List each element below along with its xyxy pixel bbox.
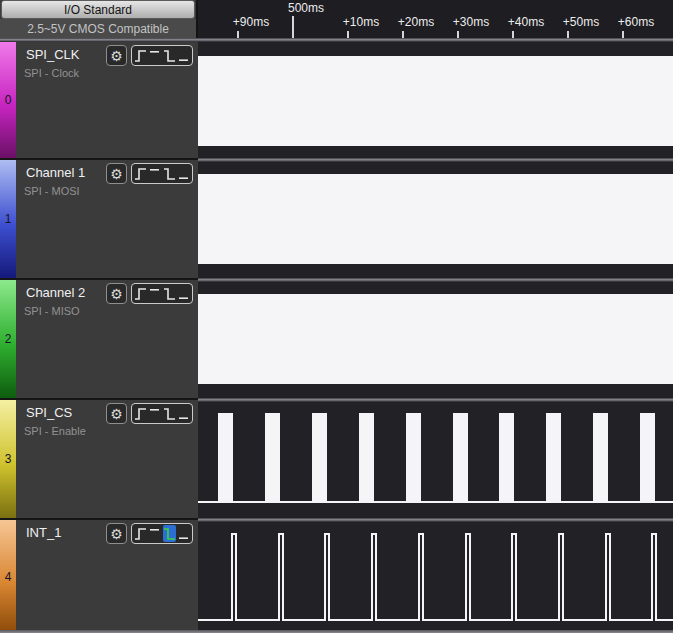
timeline-tick-label: +30ms [453,15,489,29]
timeline-tick-label: +10ms [343,15,379,29]
low-level-icon [177,526,190,542]
channel-color-strip[interactable]: 0 [0,42,16,158]
channel-name[interactable]: Channel 1 [26,165,85,180]
dense-signal-block [198,294,673,384]
timeline-major-label: 500ms [288,1,324,15]
rising-edge-icon [134,48,147,64]
trigger-high-level-button[interactable] [148,285,161,302]
timeline-tick [512,31,514,38]
rising-edge-icon [134,526,147,542]
trigger-low-level-button[interactable] [177,285,190,302]
signal-pulse [406,413,421,503]
signal-pulse [453,413,468,503]
channel-row-3: 3 SPI_CS SPI - Enable ⚙ [0,398,198,518]
channel-name[interactable]: SPI_CLK [26,47,79,62]
timeline-tick-label: +60ms [618,15,654,29]
channel-body: Channel 1 SPI - MOSI ⚙ [16,160,198,278]
channel-name[interactable]: SPI_CS [26,405,72,420]
channel-body: Channel 2 SPI - MISO ⚙ [16,280,198,398]
trigger-low-level-button[interactable] [177,47,190,64]
trigger-low-level-button[interactable] [177,405,190,422]
falling-edge-icon [163,286,176,302]
trigger-rising-edge-button[interactable] [134,165,147,182]
logic-analyzer-window: I/O Standard 2.5~5V CMOS Compatible 0 SP… [0,0,673,633]
waveform-pane: +90ms500ms+10ms+20ms+30ms+40ms+50ms+60ms… [198,0,673,633]
channel-row-1: 1 Channel 1 SPI - MOSI ⚙ [0,158,198,278]
channel-settings-button[interactable]: ⚙ [106,163,127,184]
channel-number: 1 [0,212,16,226]
high-level-icon [148,406,161,422]
channel-number: 2 [0,332,16,346]
io-standard-button[interactable]: I/O Standard [1,0,195,19]
trigger-falling-edge-button[interactable] [163,405,176,422]
channel-color-strip[interactable]: 4 [0,520,16,633]
signal-pulse [231,533,237,621]
signal-pulse [593,413,608,503]
signal-pulse [324,533,330,621]
trigger-low-level-button[interactable] [177,165,190,182]
channel-color-strip[interactable]: 2 [0,280,16,398]
timeline-tick-label: +20ms [398,15,434,29]
low-level-icon [177,166,190,182]
trigger-rising-edge-button[interactable] [134,405,147,422]
falling-edge-icon [163,166,176,182]
signal-pulse [371,533,377,621]
waveform-track[interactable] [198,278,673,398]
rising-edge-icon [134,166,147,182]
trigger-falling-edge-button[interactable] [163,525,176,542]
high-level-icon [148,286,161,302]
channel-name[interactable]: INT_1 [26,525,61,540]
waveform-track[interactable] [198,42,673,158]
signal-pulse [359,413,374,503]
trigger-high-level-button[interactable] [148,405,161,422]
channel-description: SPI - MISO [24,305,80,317]
channel-name[interactable]: Channel 2 [26,285,85,300]
low-level-icon [177,406,190,422]
timeline-tick [347,31,349,38]
channel-color-strip[interactable]: 3 [0,400,16,518]
trigger-high-level-button[interactable] [148,165,161,182]
signal-pulse [511,533,517,621]
waveform-track[interactable] [198,158,673,278]
header-separator [0,38,673,42]
channel-row-0: 0 SPI_CLK SPI - Clock ⚙ [0,42,198,158]
trigger-falling-edge-button[interactable] [163,165,176,182]
waveform-track[interactable] [198,398,673,518]
timeline-major-tick [292,16,294,38]
waveform-rows [198,42,673,633]
signal-pulse [546,413,561,503]
timeline-tick [622,31,624,38]
channel-settings-button[interactable]: ⚙ [106,403,127,424]
waveform-track[interactable] [198,518,673,633]
trigger-mode-group [131,523,193,544]
trigger-high-level-button[interactable] [148,47,161,64]
row-separator [198,278,673,282]
trigger-rising-edge-button[interactable] [134,525,147,542]
channel-settings-button[interactable]: ⚙ [106,523,127,544]
row-separator [198,398,673,402]
timeline-ruler[interactable]: +90ms500ms+10ms+20ms+30ms+40ms+50ms+60ms… [198,0,673,38]
channel-number: 0 [0,93,16,107]
trigger-low-level-button[interactable] [177,525,190,542]
signal-pulse [605,533,611,621]
trigger-rising-edge-button[interactable] [134,47,147,64]
timeline-tick [402,31,404,38]
channel-body: INT_1 ⚙ [16,520,198,633]
channel-settings-button[interactable]: ⚙ [106,283,127,304]
timeline-tick [457,31,459,38]
timeline-tick [567,31,569,38]
gear-icon: ⚙ [110,287,123,301]
row-separator [198,518,673,522]
channel-settings-button[interactable]: ⚙ [106,45,127,66]
channel-color-strip[interactable]: 1 [0,160,16,278]
trigger-high-level-button[interactable] [148,525,161,542]
trigger-rising-edge-button[interactable] [134,285,147,302]
dense-signal-block [198,56,673,146]
gear-icon: ⚙ [110,167,123,181]
row-separator [198,158,673,162]
signal-pulse [418,533,424,621]
trigger-falling-edge-button[interactable] [163,285,176,302]
trigger-falling-edge-button[interactable] [163,47,176,64]
channel-row-4: 4 INT_1 ⚙ [0,518,198,633]
rising-edge-icon [134,286,147,302]
